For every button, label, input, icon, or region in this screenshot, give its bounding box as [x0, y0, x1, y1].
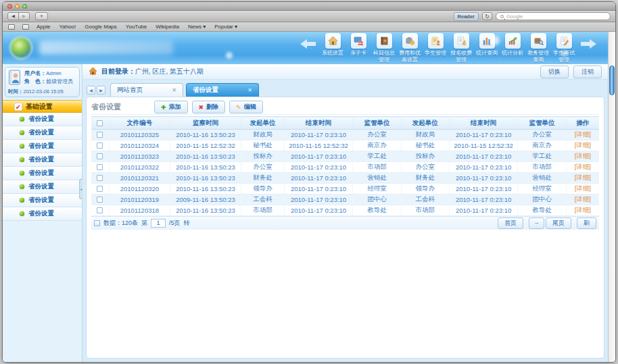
- add-button[interactable]: ✚添加: [154, 101, 188, 113]
- fee-discount-icon: [402, 33, 418, 49]
- bookmark-item-7[interactable]: Popular ▾: [214, 24, 237, 30]
- tab-2[interactable]: 省份设置✕: [186, 83, 259, 97]
- bookmarks-grid-icon[interactable]: [8, 24, 15, 30]
- sidebar-item-8[interactable]: 省份设置: [3, 207, 82, 221]
- nav-item-student-mgmt[interactable]: 学生管理: [423, 33, 448, 63]
- table-cell: 20101120325: [109, 130, 170, 140]
- search-placeholder: Google: [506, 14, 523, 20]
- row-checkbox[interactable]: [97, 164, 103, 170]
- bookmark-item-1[interactable]: Apple: [37, 24, 50, 30]
- student-mgmt-icon: [428, 33, 444, 49]
- browser-back-button[interactable]: ◀: [7, 12, 19, 20]
- zoom-window-button[interactable]: [22, 4, 27, 9]
- sidebar-item-2[interactable]: 省份设置: [3, 126, 82, 140]
- nav-item-fee-discount[interactable]: 费用和优惠设置: [397, 33, 423, 63]
- tab-close-icon[interactable]: ✕: [172, 87, 176, 93]
- nav-scroll-left-icon[interactable]: [299, 38, 316, 52]
- logout-button[interactable]: 注销: [573, 66, 602, 78]
- banner-nav-items: 系统设置亲子卡科目信息管理费用和优惠设置学生管理报名收费管理统计查询统计分析教务…: [320, 33, 577, 63]
- detail-link[interactable]: [详细]: [575, 141, 591, 149]
- close-window-button[interactable]: [7, 4, 12, 9]
- reader-button[interactable]: Reader: [454, 12, 479, 21]
- table-cell: 工会科: [401, 194, 449, 205]
- table-cell: 秘书处: [241, 140, 285, 151]
- scrollbar-thumb[interactable]: [609, 66, 615, 95]
- minimize-window-button[interactable]: [15, 4, 20, 9]
- nav-item-subject-info[interactable]: 科目信息管理: [371, 33, 397, 63]
- nav-item-student-exam[interactable]: 学生考试管理: [551, 33, 577, 63]
- titlebar[interactable]: [3, 2, 615, 11]
- menu-header-label: 基础设置: [26, 102, 53, 111]
- row-checkbox[interactable]: [97, 132, 103, 138]
- sidebar-collapse-handle[interactable]: ◂: [79, 179, 82, 199]
- app-title-blurred: [39, 41, 173, 55]
- sidebar-item-7[interactable]: 省份设置: [3, 194, 82, 207]
- bookmark-item-5[interactable]: Wikipedia: [156, 24, 179, 30]
- reload-button[interactable]: 刷: [577, 217, 596, 229]
- page-number-input[interactable]: [151, 219, 166, 228]
- row-checkbox[interactable]: [97, 142, 103, 149]
- table-cell: 2010-11-17 0:23:10: [449, 205, 517, 216]
- row-checkbox[interactable]: [97, 175, 103, 181]
- search-field[interactable]: Google: [496, 12, 611, 20]
- browser-forward-button[interactable]: ▶: [18, 12, 30, 20]
- row-checkbox[interactable]: [97, 153, 103, 159]
- column-header: 发起单位: [401, 117, 449, 130]
- row-checkbox[interactable]: [97, 186, 103, 192]
- next-page-button[interactable]: →: [529, 217, 544, 229]
- tab-scroll-left-icon[interactable]: ◀: [87, 86, 95, 95]
- switch-button[interactable]: 切换: [540, 66, 569, 78]
- delete-button[interactable]: ✖删除: [192, 101, 226, 113]
- bookmarks-list-icon[interactable]: [22, 24, 29, 30]
- nav-item-parent-card[interactable]: 亲子卡: [346, 33, 371, 63]
- detail-link[interactable]: [详细]: [575, 206, 591, 213]
- green-dot-icon: [20, 198, 24, 203]
- last-page-button[interactable]: 尾页: [546, 217, 571, 229]
- page-scrollbar[interactable]: [608, 32, 615, 362]
- delete-icon: ✖: [199, 104, 204, 111]
- bookmark-item-2[interactable]: Yahoo!: [59, 24, 76, 30]
- table-cell: 2010-11-16 13:50:23: [170, 151, 241, 162]
- column-header: 结束时间: [284, 117, 352, 130]
- tab-close-icon[interactable]: ✕: [247, 87, 252, 93]
- detail-link[interactable]: [详细]: [575, 152, 591, 159]
- refresh-button[interactable]: ↻: [482, 12, 492, 20]
- bookmark-item-6[interactable]: News ▾: [188, 24, 206, 30]
- select-all-checkbox[interactable]: [97, 120, 103, 126]
- nav-item-enroll-fee[interactable]: 报名收费管理: [448, 33, 474, 63]
- bookmark-item-4[interactable]: YouTube: [126, 24, 147, 30]
- sidebar-item-1[interactable]: 省份设置: [3, 113, 82, 126]
- go-to-page-button[interactable]: 转: [184, 219, 190, 228]
- new-tab-button[interactable]: +: [35, 12, 48, 20]
- detail-link[interactable]: [详细]: [575, 184, 591, 192]
- green-dot-icon: [20, 130, 24, 135]
- grid-view-icon[interactable]: [94, 220, 100, 226]
- nav-item-stats-analysis[interactable]: 统计分析: [500, 33, 525, 63]
- sidebar-item-label: 省份设置: [28, 155, 54, 164]
- page-label-post: /5页: [169, 219, 181, 228]
- row-checkbox[interactable]: [97, 207, 103, 213]
- row-checkbox[interactable]: [97, 197, 103, 203]
- detail-link[interactable]: [详细]: [575, 195, 591, 203]
- nav-item-label: 亲子卡: [350, 50, 366, 63]
- nav-item-edu-admin-query[interactable]: 教务管理查询: [525, 33, 551, 63]
- tab-1[interactable]: 网站首页✕: [110, 83, 183, 97]
- detail-link[interactable]: [详细]: [575, 130, 591, 138]
- bookmark-item-3[interactable]: Google Maps: [85, 24, 117, 30]
- green-dot-icon: [20, 171, 24, 176]
- table-cell: 市场部: [241, 205, 285, 216]
- edit-button[interactable]: ✎编辑: [229, 101, 263, 113]
- sidebar-item-6[interactable]: 省份设置: [3, 180, 82, 194]
- sidebar-item-4[interactable]: 省份设置: [3, 153, 82, 167]
- first-page-button[interactable]: 首页: [498, 217, 523, 229]
- sidebar-menu-header[interactable]: ✔ 基础设置: [3, 100, 82, 113]
- sidebar-item-3[interactable]: 省份设置: [3, 140, 82, 153]
- nav-item-system-settings[interactable]: 系统设置: [320, 33, 346, 63]
- detail-link[interactable]: [详细]: [575, 174, 591, 181]
- panel-title: 省份设置: [91, 102, 121, 112]
- detail-link[interactable]: [详细]: [575, 163, 591, 170]
- tab-scroll-right-icon[interactable]: ▶: [97, 86, 105, 95]
- nav-scroll-right-icon[interactable]: [580, 38, 598, 52]
- sidebar-item-5[interactable]: 省份设置: [3, 167, 82, 180]
- table-cell: 办公室: [401, 162, 449, 173]
